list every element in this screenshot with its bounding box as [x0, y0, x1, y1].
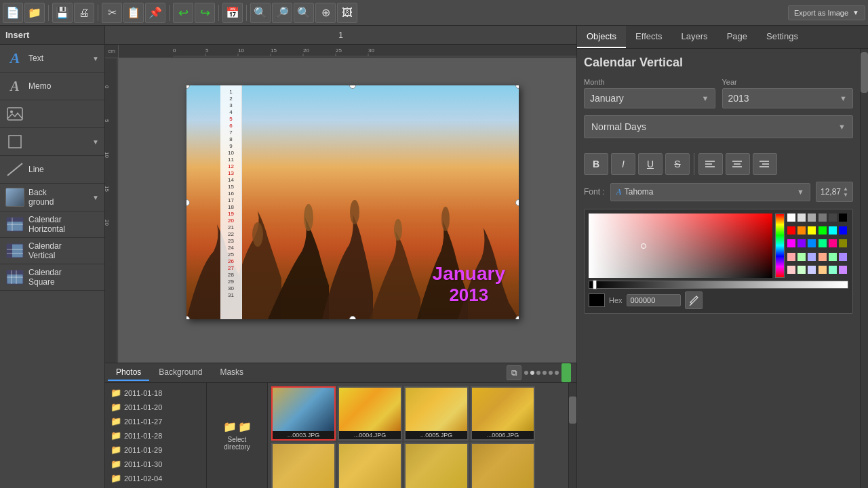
canvas-scroll-area[interactable]: 1234 56 78910 111213 14151617 181920 212…	[119, 58, 576, 363]
calendar-btn[interactable]: 📅	[222, 3, 243, 23]
zoom-in-btn[interactable]: 🔍	[294, 3, 314, 23]
italic-btn[interactable]: I	[611, 153, 635, 175]
tab-objects[interactable]: Objects	[577, 26, 626, 48]
swatch[interactable]	[839, 253, 847, 261]
swatch[interactable]	[797, 239, 806, 247]
photo-thumb[interactable]: ...0006.JPG	[471, 386, 535, 441]
eyedropper-btn[interactable]	[685, 291, 703, 309]
align-center-btn[interactable]	[726, 153, 750, 175]
swatch[interactable]	[829, 239, 837, 247]
swatch[interactable]	[829, 253, 837, 261]
hue-strip[interactable]	[775, 214, 785, 278]
scrollbar-thumb[interactable]	[569, 396, 576, 424]
tab-page[interactable]: Page	[717, 26, 757, 48]
swatch[interactable]	[808, 253, 816, 261]
color-bar[interactable]	[589, 281, 848, 289]
insert-image-item[interactable]	[0, 100, 104, 128]
photo-thumb[interactable]	[338, 443, 402, 488]
align-left-btn[interactable]	[698, 153, 723, 175]
strikethrough-btn[interactable]: S	[665, 153, 690, 175]
cut-btn[interactable]: ✂	[102, 3, 122, 23]
export-btn[interactable]: Export as Image ▼	[788, 5, 865, 20]
font-select[interactable]: A Tahoma ▼	[610, 183, 810, 201]
insert-line-item[interactable]: Line	[0, 156, 104, 184]
tree-item[interactable]: 📁 2011-01-18	[105, 386, 206, 400]
tree-item[interactable]: 📁 2011-01-30	[105, 457, 206, 471]
tab-photos[interactable]: Photos	[108, 365, 149, 381]
insert-shape-item[interactable]: ▼	[0, 128, 104, 156]
swatch[interactable]	[808, 239, 816, 247]
swatch[interactable]	[808, 226, 816, 235]
underline-btn[interactable]: U	[638, 153, 663, 175]
swatch[interactable]	[818, 266, 827, 274]
design-canvas[interactable]: 1234 56 78910 111213 14151617 181920 212…	[186, 85, 519, 319]
select-directory-area[interactable]: 📁📁 Selectdirectory	[207, 383, 268, 488]
color-gradient-container[interactable]	[589, 214, 848, 278]
swatch[interactable]	[787, 253, 795, 261]
zoom-fit-btn[interactable]: 🔍	[250, 3, 271, 23]
swatch[interactable]	[787, 266, 795, 274]
insert-cal-h-item[interactable]: CalendarHorizontal	[0, 211, 104, 238]
tab-effects[interactable]: Effects	[626, 26, 672, 48]
copy-photos-btn[interactable]: ⧉	[507, 365, 521, 380]
save-btn[interactable]: 💾	[52, 3, 73, 23]
photo-thumb[interactable]	[271, 443, 336, 488]
swatch[interactable]	[829, 266, 837, 274]
swatch[interactable]	[787, 214, 795, 222]
hex-input[interactable]	[627, 294, 681, 306]
zoom-100-btn[interactable]: ⊕	[315, 3, 336, 23]
bold-btn[interactable]: B	[584, 153, 608, 175]
insert-background-item[interactable]: Background ▼	[0, 184, 104, 211]
image-btn[interactable]: 🖼	[337, 3, 357, 23]
copy-btn[interactable]: 📋	[123, 3, 144, 23]
photo-thumb[interactable]	[404, 443, 469, 488]
folder-btn[interactable]: 📁	[24, 3, 45, 23]
redo-btn[interactable]: ↪	[195, 3, 215, 23]
insert-cal-v-item[interactable]: CalendarVertical	[0, 238, 104, 264]
font-size-input[interactable]: 12,87 ▲▼	[816, 182, 853, 202]
tab-masks[interactable]: Masks	[212, 365, 252, 381]
color-bar-thumb[interactable]	[593, 280, 597, 289]
paste-btn[interactable]: 📌	[145, 3, 165, 23]
tree-item[interactable]: 📁 2011-01-27	[105, 414, 206, 428]
year-select[interactable]: 2013 ▼	[722, 88, 854, 108]
print-btn[interactable]: 🖨	[74, 3, 94, 23]
tab-settings[interactable]: Settings	[757, 26, 808, 48]
swatch[interactable]	[797, 226, 806, 235]
swatch[interactable]	[829, 226, 837, 235]
swatch[interactable]	[839, 226, 847, 235]
swatch[interactable]	[839, 266, 847, 274]
swatch[interactable]	[808, 266, 816, 274]
insert-cal-sq-item[interactable]: CalendarSquare	[0, 264, 104, 291]
tree-item[interactable]: 📁 2011-01-20	[105, 400, 206, 414]
swatch[interactable]	[787, 226, 795, 235]
right-scrollbar[interactable]	[860, 49, 868, 488]
swatch[interactable]	[787, 239, 795, 247]
photo-thumb[interactable]: ...0005.JPG	[404, 386, 469, 441]
photo-thumb[interactable]	[471, 443, 535, 488]
swatch[interactable]	[818, 214, 827, 222]
swatch[interactable]	[829, 214, 837, 222]
photos-scrollbar[interactable]	[568, 383, 576, 488]
swatch[interactable]	[818, 239, 827, 247]
insert-text-item[interactable]: A Text ▼	[0, 45, 104, 73]
swatch[interactable]	[839, 214, 847, 222]
swatch[interactable]	[797, 266, 806, 274]
swatch[interactable]	[797, 214, 806, 222]
zoom-out-btn[interactable]: 🔎	[272, 3, 292, 23]
undo-btn[interactable]: ↩	[173, 3, 193, 23]
tree-item[interactable]: 📁 2011-02-04	[105, 471, 206, 485]
photo-thumb[interactable]: ...0003.JPG	[271, 386, 336, 441]
tab-background[interactable]: Background	[151, 365, 210, 381]
swatch[interactable]	[808, 214, 816, 222]
normal-days-select[interactable]: Normal Days ▼	[584, 115, 853, 138]
tree-item[interactable]: 📁 2011-01-29	[105, 443, 206, 457]
photo-thumb[interactable]: ...0004.JPG	[338, 386, 402, 441]
swatch[interactable]	[818, 226, 827, 235]
insert-memo-item[interactable]: A Memo	[0, 73, 104, 100]
swatch[interactable]	[839, 239, 847, 247]
swatch[interactable]	[797, 253, 806, 261]
tab-layers[interactable]: Layers	[672, 26, 717, 48]
right-scroll-thumb[interactable]	[861, 52, 868, 93]
tree-item[interactable]: 📁 2011-01-28	[105, 428, 206, 443]
